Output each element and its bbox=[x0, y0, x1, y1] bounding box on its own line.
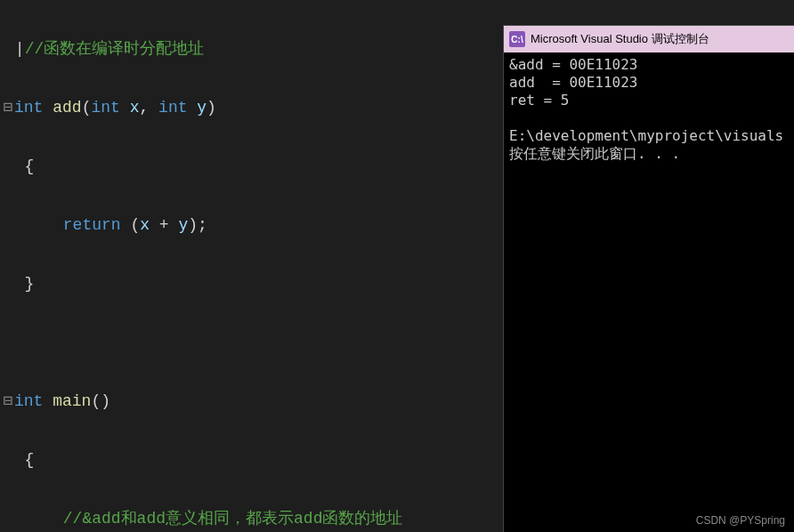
code-editor[interactable]: |//函数在编译时分配地址 ⊟int add(int x, int y) { r… bbox=[0, 0, 503, 532]
fold-icon[interactable]: ⊟ bbox=[2, 96, 14, 119]
vs-icon: C:\ bbox=[509, 31, 525, 47]
fold-icon[interactable]: ⊟ bbox=[2, 390, 14, 413]
code-line[interactable]: } bbox=[0, 272, 503, 295]
code-line[interactable]: return (x + y); bbox=[0, 214, 503, 237]
console-titlebar[interactable]: C:\ Microsoft Visual Studio 调试控制台 bbox=[504, 26, 794, 52]
code-line[interactable]: { bbox=[0, 448, 503, 472]
code-line[interactable]: ⊟int add(int x, int y) bbox=[0, 96, 503, 119]
console-output[interactable]: &add = 00E11023 add = 00E11023 ret = 5 E… bbox=[504, 52, 794, 166]
code-line[interactable] bbox=[0, 331, 503, 354]
console-title: Microsoft Visual Studio 调试控制台 bbox=[531, 31, 709, 47]
code-line[interactable]: |//函数在编译时分配地址 bbox=[0, 37, 503, 60]
watermark: CSDN @PYSpring bbox=[696, 514, 785, 527]
code-line[interactable]: //&add和add意义相同，都表示add函数的地址 bbox=[0, 507, 503, 530]
comment-text: //函数在编译时分配地址 bbox=[25, 40, 205, 58]
code-line[interactable]: ⊟int main() bbox=[0, 390, 503, 413]
code-line[interactable]: { bbox=[0, 155, 503, 178]
debug-console-window[interactable]: C:\ Microsoft Visual Studio 调试控制台 &add =… bbox=[503, 25, 794, 532]
